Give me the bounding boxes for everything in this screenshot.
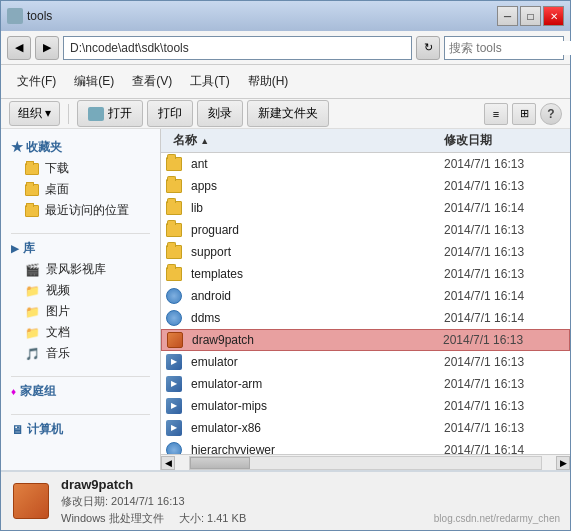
file-row[interactable]: support 2014/7/1 16:13 xyxy=(161,241,570,263)
window-title: tools xyxy=(27,9,493,23)
open-label: 打开 xyxy=(108,105,132,122)
open-button[interactable]: 打开 xyxy=(77,100,143,127)
sidebar-item-pictures[interactable]: 📁 图片 xyxy=(1,301,160,322)
file-row[interactable]: ▶ emulator-arm 2014/7/1 16:13 xyxy=(161,373,570,395)
menu-edit[interactable]: 编辑(E) xyxy=(66,70,122,93)
organize-button[interactable]: 组织 ▾ xyxy=(9,101,60,126)
burn-label: 刻录 xyxy=(208,105,232,122)
sidebar-item-desktop[interactable]: 桌面 xyxy=(1,179,160,200)
sidebar-item-label: 最近访问的位置 xyxy=(45,202,129,219)
sidebar-section-favorites-title[interactable]: ★ 收藏夹 xyxy=(1,137,160,158)
search-input[interactable] xyxy=(449,41,571,55)
app-icon xyxy=(166,288,182,304)
file-row[interactable]: ▶ emulator 2014/7/1 16:13 xyxy=(161,351,570,373)
sidebar-item-media[interactable]: 🎬 景风影视库 xyxy=(1,259,160,280)
sidebar-item-label: 图片 xyxy=(46,303,70,320)
minimize-button[interactable]: ─ xyxy=(497,6,518,26)
address-input[interactable] xyxy=(63,36,412,60)
sidebar-separator-2 xyxy=(11,376,150,377)
view-list-button[interactable]: ≡ xyxy=(484,103,508,125)
new-folder-label: 新建文件夹 xyxy=(258,105,318,122)
file-row[interactable]: ▶ emulator-x86 2014/7/1 16:13 xyxy=(161,417,570,439)
burn-button[interactable]: 刻录 xyxy=(197,100,243,127)
app-icon xyxy=(166,310,182,326)
file-date: 2014/7/1 16:14 xyxy=(436,443,566,455)
col-date-label: 修改日期 xyxy=(444,133,492,147)
file-row[interactable]: ddms 2014/7/1 16:14 xyxy=(161,307,570,329)
file-list: ant 2014/7/1 16:13 apps 2014/7/1 16:13 l… xyxy=(161,153,570,454)
file-name: hierarchyviewer xyxy=(187,443,436,455)
toolbar-separator-1 xyxy=(68,104,69,124)
file-row[interactable]: lib 2014/7/1 16:14 xyxy=(161,197,570,219)
new-folder-button[interactable]: 新建文件夹 xyxy=(247,100,329,127)
file-row[interactable]: draw9patch 2014/7/1 16:13 xyxy=(161,329,570,351)
sidebar-item-music[interactable]: 🎵 音乐 xyxy=(1,343,160,364)
sidebar-item-videos[interactable]: 📁 视频 xyxy=(1,280,160,301)
col-date-header[interactable]: 修改日期 xyxy=(436,132,566,149)
horizontal-scrollbar[interactable]: ◀ ▶ xyxy=(161,454,570,470)
hscroll-left-button[interactable]: ◀ xyxy=(161,456,175,470)
exe-icon: ▶ xyxy=(166,354,182,370)
col-name-header[interactable]: 名称 ▲ xyxy=(165,132,436,149)
view-icon-button[interactable]: ⊞ xyxy=(512,103,536,125)
search-box: 🔍 xyxy=(444,36,564,60)
file-date: 2014/7/1 16:14 xyxy=(436,311,566,325)
sidebar-item-label: 视频 xyxy=(46,282,70,299)
back-button[interactable]: ◀ xyxy=(7,36,31,60)
file-name: ddms xyxy=(187,311,436,325)
sidebar-item-label: 桌面 xyxy=(45,181,69,198)
file-name: proguard xyxy=(187,223,436,237)
window: tools ─ □ ✕ ◀ ▶ ↻ 🔍 文件(F) 编辑(E) 查看(V) 工具… xyxy=(0,0,571,531)
print-label: 打印 xyxy=(158,105,182,122)
sidebar-section-library-title[interactable]: ▶ 库 xyxy=(1,238,160,259)
file-name: templates xyxy=(187,267,436,281)
help-button[interactable]: ? xyxy=(540,103,562,125)
sidebar-section-library: ▶ 库 🎬 景风影视库 📁 视频 📁 图片 📁 文档 xyxy=(1,238,160,364)
file-date: 2014/7/1 16:13 xyxy=(436,245,566,259)
file-name: apps xyxy=(187,179,436,193)
file-icon xyxy=(165,442,183,455)
status-file-icon xyxy=(11,481,51,521)
sidebar-section-favorites: ★ 收藏夹 下载 桌面 最近访问的位置 xyxy=(1,137,160,221)
file-date: 2014/7/1 16:13 xyxy=(436,355,566,369)
file-row[interactable]: apps 2014/7/1 16:13 xyxy=(161,175,570,197)
hscroll-right-button[interactable]: ▶ xyxy=(556,456,570,470)
file-date: 2014/7/1 16:13 xyxy=(436,157,566,171)
toolbar: 组织 ▾ 打开 打印 刻录 新建文件夹 ≡ ⊞ ? xyxy=(1,99,570,129)
exe-icon: ▶ xyxy=(166,376,182,392)
file-row[interactable]: ant 2014/7/1 16:13 xyxy=(161,153,570,175)
sidebar-item-documents[interactable]: 📁 文档 xyxy=(1,322,160,343)
file-icon xyxy=(166,332,184,348)
menu-bar: 文件(F) 编辑(E) 查看(V) 工具(T) 帮助(H) xyxy=(1,65,570,99)
hscroll-track[interactable] xyxy=(189,456,542,470)
refresh-button[interactable]: ↻ xyxy=(416,36,440,60)
sidebar: ★ 收藏夹 下载 桌面 最近访问的位置 ▶ 库 xyxy=(1,129,161,470)
file-row[interactable]: android 2014/7/1 16:14 xyxy=(161,285,570,307)
menu-file[interactable]: 文件(F) xyxy=(9,70,64,93)
music-icon: 🎵 xyxy=(25,347,40,361)
menu-tools[interactable]: 工具(T) xyxy=(182,70,237,93)
file-row[interactable]: proguard 2014/7/1 16:13 xyxy=(161,219,570,241)
menu-help[interactable]: 帮助(H) xyxy=(240,70,297,93)
file-icon: ▶ xyxy=(165,376,183,392)
status-type-label: Windows 批处理文件 xyxy=(61,512,164,524)
close-button[interactable]: ✕ xyxy=(543,6,564,26)
file-row[interactable]: ▶ emulator-mips 2014/7/1 16:13 xyxy=(161,395,570,417)
file-row[interactable]: templates 2014/7/1 16:13 xyxy=(161,263,570,285)
forward-button[interactable]: ▶ xyxy=(35,36,59,60)
sidebar-section-computer-title[interactable]: 🖥 计算机 xyxy=(1,419,160,440)
sidebar-item-downloads[interactable]: 下载 xyxy=(1,158,160,179)
main-content: ★ 收藏夹 下载 桌面 最近访问的位置 ▶ 库 xyxy=(1,129,570,470)
file-row[interactable]: hierarchyviewer 2014/7/1 16:14 xyxy=(161,439,570,454)
sidebar-section-homegroup-title[interactable]: ♦ 家庭组 xyxy=(1,381,160,402)
file-date: 2014/7/1 16:14 xyxy=(436,201,566,215)
sidebar-item-recent[interactable]: 最近访问的位置 xyxy=(1,200,160,221)
folder-icon xyxy=(25,184,39,196)
menu-view[interactable]: 查看(V) xyxy=(124,70,180,93)
file-date: 2014/7/1 16:13 xyxy=(436,179,566,193)
watermark: blog.csdn.net/redarmy_chen xyxy=(434,513,560,524)
print-button[interactable]: 打印 xyxy=(147,100,193,127)
hscroll-thumb[interactable] xyxy=(190,457,250,469)
app-icon xyxy=(166,442,182,455)
maximize-button[interactable]: □ xyxy=(520,6,541,26)
